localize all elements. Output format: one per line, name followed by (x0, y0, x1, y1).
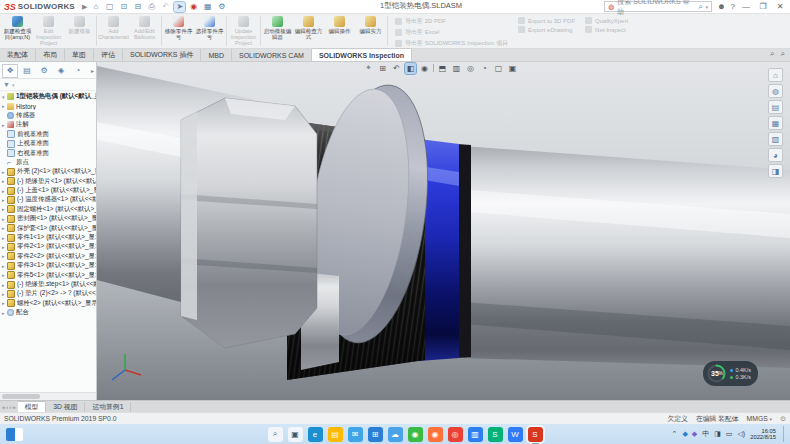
tree-item[interactable]: ▸保护套<1> (默认<<默认>_显示状 (0, 223, 96, 232)
tree-item[interactable]: ▸(-) 垫片 (2)<2> -> ? (默认<<默认 (0, 289, 96, 298)
command-search-icon[interactable]: ⌕ (770, 49, 774, 59)
tab-nav-arrows[interactable]: «‹›» (0, 402, 18, 412)
previous-view-icon[interactable]: ↶ (391, 63, 402, 74)
start-button[interactable] (248, 427, 263, 442)
ime-mode-icon[interactable]: ◨ (714, 430, 721, 438)
search-button[interactable]: ⌕ (268, 427, 283, 442)
wechat-icon[interactable]: ◉ (408, 427, 423, 442)
ribbon-button-编辑检查方式[interactable]: 编辑检查方式 (293, 14, 324, 48)
mail-icon[interactable]: ✉ (348, 427, 363, 442)
panel-tab-overflow-icon[interactable]: ▸ (91, 67, 95, 74)
tab-评估[interactable]: 评估 (94, 49, 123, 61)
tab-布局[interactable]: 布局 (36, 49, 65, 61)
tree-item[interactable]: ▸零件2<1> (默认<<默认>_显示状态 (0, 242, 96, 251)
tree-item[interactable]: ▸密封圈<1> (默认<<默认>_显示状 (0, 214, 96, 223)
restore-button[interactable]: ❐ (757, 2, 769, 11)
tree-item[interactable]: ▸(-) 绝缘垫片<1> (默认<<默认>_显 (0, 177, 96, 186)
tree-filter[interactable]: ▼ ▾ (0, 79, 96, 91)
view-palette-icon[interactable]: ▧ (768, 132, 783, 146)
home-tab-icon[interactable]: ⌂ (768, 68, 783, 82)
print-button[interactable]: ⎙ (146, 2, 157, 12)
widgets-button[interactable] (6, 428, 23, 441)
propertymanager-tab[interactable]: ▤ (19, 64, 35, 78)
export-item--2d-pdf[interactable]: 导出至 2D PDF (395, 17, 508, 26)
menu-flyout-arrow-icon[interactable]: ▶ (82, 3, 87, 11)
ribbon-button-新建模板[interactable]: 新建模板 (64, 14, 95, 48)
chrome-icon[interactable]: ◎ (448, 427, 463, 442)
select-button[interactable]: ➤ (174, 2, 185, 12)
edge-icon[interactable]: e (308, 427, 323, 442)
custom-properties-icon[interactable]: ◨ (768, 164, 783, 178)
featuremanager-tab[interactable]: ❖ (2, 64, 18, 78)
help-button[interactable]: ? (731, 2, 735, 11)
zoom-fit-icon[interactable]: ⌖ (363, 63, 374, 74)
rebuild-button[interactable]: ◉ (188, 2, 199, 12)
ribbon-button-add-characteristic[interactable]: Add Characteristic (98, 14, 129, 48)
scrollbar-thumb[interactable] (2, 394, 40, 399)
onedrive-icon[interactable]: ☁ (388, 427, 403, 442)
performance-overlay-widget[interactable]: 35% 0.4K/s 0.3K/s (703, 361, 758, 386)
tree-item[interactable]: 上视基准面 (0, 139, 96, 148)
clock[interactable]: 16:05 2022/8/15 (750, 428, 776, 441)
ribbon-button-编辑操作[interactable]: 编辑操作 (324, 14, 355, 48)
undo-button[interactable]: ↶ (160, 2, 171, 12)
show-desktop-button[interactable] (783, 426, 786, 442)
ribbon-button-选择零件序号[interactable]: 选择零件序号 (194, 14, 225, 48)
tree-root-item[interactable]: ▾1型铠装热电偶 (默认<默认_显示状态-1 (0, 92, 96, 101)
tree-item[interactable]: ▸螺栓<2> (默认<<默认>_显示状态 (0, 299, 96, 308)
tab-solidworks-cam[interactable]: SOLIDWORKS CAM (232, 49, 312, 61)
ribbon-button-新建检查项目-amp-n-[interactable]: 新建检查项目(amp;N) (2, 14, 33, 48)
ribbon-button-编辑实方[interactable]: 编辑实方 (355, 14, 386, 48)
configurationmanager-tab[interactable]: ⚙ (36, 64, 52, 78)
volume-icon[interactable]: ◁) (737, 430, 745, 438)
file-properties-button[interactable]: ▦ (202, 2, 213, 12)
tree-item[interactable]: 右视基准面 (0, 148, 96, 157)
search-icon[interactable]: ⌕ (698, 2, 702, 12)
file-explorer-icon[interactable]: ▤ (328, 427, 343, 442)
security-shield-icon[interactable]: ◆ (692, 430, 697, 438)
export-item-export-to-3d-pdf[interactable]: Export to 3D PDF (518, 17, 575, 24)
ribbon-button-edit-inspection-project[interactable]: Edit Inspection Project (33, 14, 64, 48)
graphics-viewport[interactable]: ⌖⊞↶◧◉⬒▥◎◔▢▣ ⌂◍▤▦▧◕◨ 35% (97, 62, 790, 400)
ribbon-button-update-inspection-project[interactable]: Update Inspection Project (228, 14, 259, 48)
status-units[interactable]: MMGS ▾ (747, 415, 773, 422)
wps-app-icon[interactable]: W (508, 427, 523, 442)
doc-tab-运动算例1[interactable]: 运动算例1 (85, 402, 131, 412)
export-item-qualityxpert[interactable]: QualityXpert (585, 17, 628, 24)
export-item-export-edrawing[interactable]: Export eDrawing (518, 26, 575, 33)
tree-item[interactable]: ▸零件5<1> (默认<<默认>_显示状态 (0, 270, 96, 279)
view-orientation-icon[interactable]: ⬒ (437, 63, 448, 74)
ribbon-button-启动模板编辑器[interactable]: 启动模板编辑器 (262, 14, 293, 48)
hide-show-items-icon[interactable]: ◎ (465, 63, 476, 74)
tree-item[interactable]: ▸零件1<1> (默认<<默认>_显示状态 (0, 233, 96, 242)
section-view-icon[interactable]: ◧ (405, 63, 416, 74)
displaymanager-tab[interactable]: ◔ (70, 64, 86, 78)
tab-草图[interactable]: 草图 (65, 49, 94, 61)
save-button[interactable]: ⊟ (132, 2, 143, 12)
tree-item[interactable]: ▸(-) 绝缘垫.step<1> (默认<<默认 (0, 280, 96, 289)
apply-scene-icon[interactable]: ▢ (493, 63, 504, 74)
open-button[interactable]: ⊡ (118, 2, 129, 12)
export-item--solidworks-inspection-[interactable]: 导出至 SOLIDWORKS Inspection 项目 (395, 39, 508, 48)
ribbon-button-移除零件序号[interactable]: 移除零件序号 (163, 14, 194, 48)
doc-tab-3d-视图[interactable]: 3D 视图 (46, 402, 85, 412)
solidworks-resources-icon[interactable]: ◍ (768, 84, 783, 98)
login-user-icon[interactable]: ☻ (717, 2, 725, 11)
search-dropdown-icon[interactable]: ▾ (706, 4, 709, 10)
tray-expand-icon[interactable]: ⌃ (672, 430, 678, 438)
appearances-icon[interactable]: ◕ (768, 148, 783, 162)
model-3d-canvas[interactable] (97, 62, 790, 400)
help-search-input[interactable]: ◍ 搜索 SOLIDWORKS 帮助 ⌕ ▾ (604, 1, 712, 12)
close-button[interactable]: ✕ (774, 2, 786, 11)
dynamic-annotation-icon[interactable]: ◉ (419, 63, 430, 74)
tree-item[interactable]: ▸外壳 (2)<1> (默认<<默认>_显示状 (0, 167, 96, 176)
tree-item[interactable]: ▸(-) 温度传感器<1> (默认<<默认>_ (0, 195, 96, 204)
zoom-area-icon[interactable]: ⊞ (377, 63, 388, 74)
view-settings-icon[interactable]: ▣ (507, 63, 518, 74)
home-button[interactable]: ⌂ (90, 2, 101, 12)
dimxpertmanager-tab[interactable]: ◈ (53, 64, 69, 78)
tray-blue-app-icon[interactable]: ◆ (682, 430, 687, 438)
tab-solidworks-插件[interactable]: SOLIDWORKS 插件 (123, 49, 201, 61)
tab-装配体[interactable]: 装配体 (0, 49, 36, 61)
command-zoom-icon[interactable]: ⌕ (781, 49, 785, 59)
